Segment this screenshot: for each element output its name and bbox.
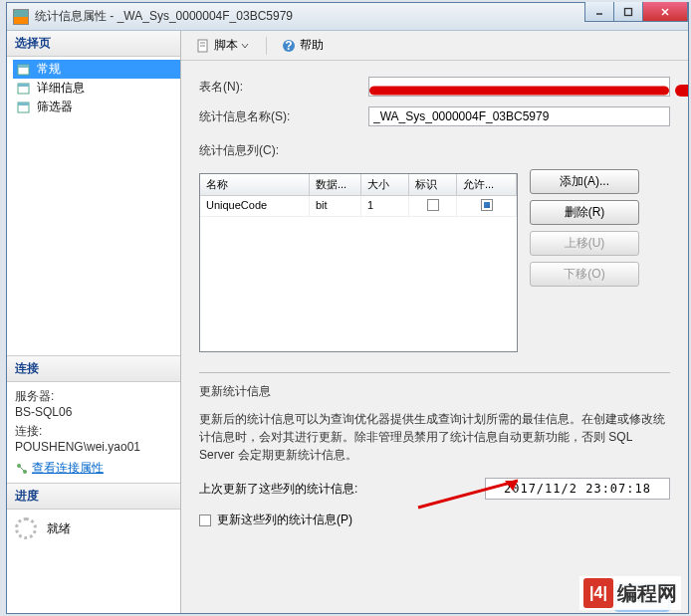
tree-item-details[interactable]: 详细信息 [13,79,180,98]
stat-cols-label: 统计信息列(C): [199,142,368,159]
progress-header: 进度 [7,484,180,510]
svg-rect-9 [18,103,29,105]
body: 选择页 常规 详细信息 筛选器 连接 服务器: BS-SQL06 [7,31,688,613]
move-down-button[interactable]: 下移(O) [530,262,639,287]
view-connection-props-link[interactable]: 查看连接属性 [15,460,172,477]
side-buttons: 添加(A)... 删除(R) 上移(U) 下移(O) [530,169,639,287]
chevron-down-icon [241,38,249,54]
svg-text:?: ? [285,39,292,53]
help-icon: ? [281,38,297,54]
table-name-label: 表名(N): [199,79,368,96]
page-icon [17,82,33,96]
toolbar: 脚本 ? 帮助 [181,31,688,61]
annotation-arrow-icon [413,473,533,515]
col-size[interactable]: 大小 [361,174,409,195]
page-icon [17,63,33,77]
separator [266,37,267,55]
tree-label: 详细信息 [37,80,85,97]
update-description: 更新后的统计信息可以为查询优化器提供生成查询计划所需的最佳信息。在创建或修改统计… [199,410,670,464]
conn-label: 连接: [15,423,172,440]
tree-label: 筛选器 [37,99,73,115]
right-panel: 脚本 ? 帮助 表名(N): 统计信息名称(S): [181,31,688,613]
page-icon [17,101,33,114]
tree-label: 常规 [37,61,61,78]
script-button[interactable]: 脚本 [189,35,258,56]
col-allow[interactable]: 允许... [457,174,517,195]
add-button[interactable]: 添加(A)... [530,169,639,194]
update-checkbox-label: 更新这些列的统计信息(P) [217,512,352,528]
maximize-button[interactable] [613,2,643,22]
grid-header: 名称 数据... 大小 标识 允许... [200,174,517,196]
minimize-button[interactable] [584,2,614,22]
columns-grid[interactable]: 名称 数据... 大小 标识 允许... UniqueCode bit 1 [199,173,518,352]
tree-item-general[interactable]: 常规 [13,60,180,79]
help-button[interactable]: ? 帮助 [275,35,330,56]
watermark-logo-icon: |4| [583,578,613,608]
title-bar[interactable]: 统计信息属性 - _WA_Sys_0000004F_03BC5979 [7,3,688,31]
watermark-text: 编程网 [617,580,677,607]
table-name-input[interactable] [368,77,670,97]
last-updated-label: 上次更新了这些列的统计信息: [199,481,357,498]
stat-name-label: 统计信息名称(S): [199,108,368,125]
watermark: |4| 编程网 [579,576,681,610]
update-stats-section: 更新统计信息 更新后的统计信息可以为查询优化器提供生成查询计划所需的最佳信息。在… [199,372,670,528]
properties-window: 统计信息属性 - _WA_Sys_0000004F_03BC5979 选择页 常… [6,2,689,614]
left-panel: 选择页 常规 详细信息 筛选器 连接 服务器: BS-SQL06 [7,31,181,613]
progress-spinner-icon [15,517,37,539]
grid-container: 名称 数据... 大小 标识 允许... UniqueCode bit 1 [199,169,670,352]
server-value: BS-SQL06 [15,405,172,419]
col-datatype[interactable]: 数据... [310,174,361,195]
stat-name-input[interactable] [368,106,670,126]
remove-button[interactable]: 删除(R) [530,200,639,225]
connection-header: 连接 [7,356,180,382]
conn-value: POUSHENG\wei.yao01 [15,440,172,454]
cell-flag[interactable] [409,196,457,216]
svg-line-18 [418,481,518,508]
app-icon [13,9,29,25]
cell-name: UniqueCode [200,196,310,216]
connection-icon [15,462,29,476]
cell-allow[interactable] [457,196,517,216]
content-area: 表名(N): 统计信息名称(S): 统计信息列(C): 名称 数据... [181,61,688,613]
update-header: 更新统计信息 [199,383,271,400]
tree-item-filter[interactable]: 筛选器 [13,98,180,116]
window-title: 统计信息属性 - _WA_Sys_0000004F_03BC5979 [35,8,293,25]
svg-marker-19 [505,481,518,491]
close-button[interactable] [642,2,688,22]
progress-section: 进度 就绪 [7,483,180,547]
connection-section: 连接 服务器: BS-SQL06 连接: POUSHENG\wei.yao01 … [7,355,180,483]
update-checkbox[interactable] [199,514,211,526]
svg-line-12 [20,467,24,471]
cell-size: 1 [361,196,409,216]
svg-rect-5 [18,65,29,68]
svg-rect-1 [625,8,632,15]
page-tree: 常规 详细信息 筛选器 [7,57,180,355]
select-page-header: 选择页 [7,31,180,57]
col-flag[interactable]: 标识 [409,174,457,195]
svg-rect-7 [18,84,29,87]
table-row[interactable]: UniqueCode bit 1 [200,196,517,217]
cell-datatype: bit [310,196,361,216]
col-name[interactable]: 名称 [200,174,310,195]
server-label: 服务器: [15,388,172,405]
progress-status: 就绪 [47,520,71,537]
window-controls [585,2,688,22]
move-up-button[interactable]: 上移(U) [530,231,639,256]
script-icon [195,38,211,54]
